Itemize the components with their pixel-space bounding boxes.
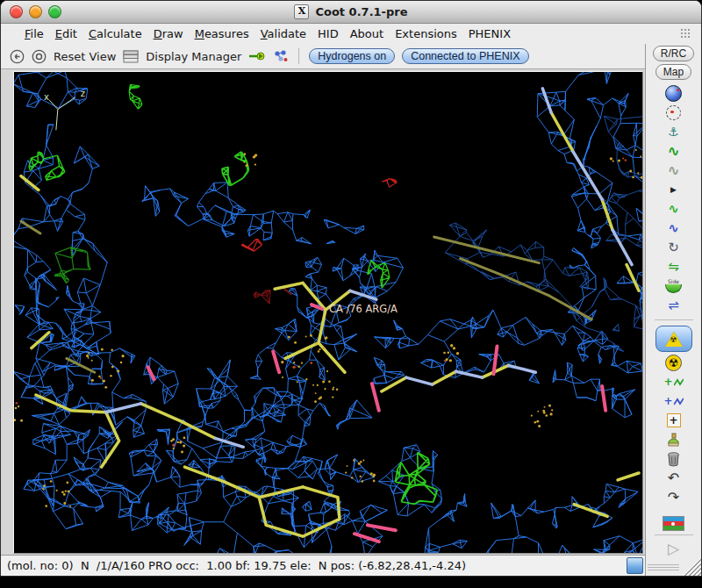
menu-phenix[interactable]: PHENIX	[469, 27, 511, 40]
recentre-ball-icon[interactable]	[658, 84, 690, 102]
status-text: (mol. no: 0) N /1/A/160 PRO occ: 1.00 bf…	[7, 559, 627, 572]
panel-separator	[655, 534, 693, 535]
add-alt-conf-icon[interactable]: +	[658, 392, 690, 410]
go-to-difference-blob-button[interactable]: ☢	[655, 326, 692, 352]
window-resize-handle[interactable]	[683, 557, 701, 576]
canvas-frame: xzCA /76 ARG/A	[1, 68, 645, 555]
panel-grip[interactable]	[648, 564, 679, 572]
flag-icon[interactable]	[663, 516, 684, 531]
play-outline-icon[interactable]: ▷	[668, 541, 679, 556]
close-button[interactable]	[10, 5, 23, 18]
x11-icon: X	[294, 4, 309, 19]
window-title-text: Coot 0.7.1-pre	[315, 5, 407, 18]
status-scroll-box[interactable]	[627, 557, 643, 574]
auto-fit-rotamer-icon[interactable]: ∿	[658, 200, 690, 218]
regularize-zone-icon[interactable]: ∿	[658, 161, 690, 179]
menu-file[interactable]: File	[25, 27, 44, 40]
menu-measures[interactable]: Measures	[195, 27, 249, 40]
tool-stack: ⚓∿∿▶∿∿↻⇋Side⇌☢☢+++↶↷	[655, 84, 693, 506]
title-bar[interactable]: X Coot 0.7.1-pre	[1, 1, 701, 24]
window-title: X Coot 0.7.1-pre	[294, 4, 407, 19]
molecule-fragment-icon[interactable]	[273, 49, 289, 63]
rrc-button[interactable]: R/RC	[653, 46, 694, 61]
atom-label: CA /76 ARG/A	[329, 303, 398, 315]
go-to-atom-icon[interactable]	[248, 50, 266, 62]
anchor-atoms-icon[interactable]: ⚓	[658, 123, 690, 140]
undo-icon[interactable]: ↶	[658, 470, 690, 487]
status-bar: (mol. no: 0) N /1/A/160 PRO occ: 1.00 bf…	[1, 555, 645, 576]
clear-pending-icon[interactable]	[658, 431, 690, 448]
map-button[interactable]: Map	[655, 64, 691, 80]
record-view-icon[interactable]	[32, 49, 47, 64]
menu-draw[interactable]: Draw	[154, 27, 183, 40]
back-view-icon[interactable]	[10, 49, 25, 64]
reset-view-button[interactable]: Reset View	[54, 50, 116, 63]
rotate-translate-icon[interactable]: ↻	[658, 239, 690, 256]
axis-x-label: x	[44, 92, 49, 102]
coot-window: X Coot 0.7.1-pre FileEditCalculateDrawMe…	[0, 0, 702, 577]
rotation-centre-icon[interactable]	[658, 104, 690, 121]
separator-1	[655, 319, 693, 320]
zoom-button[interactable]	[48, 5, 61, 18]
right-tool-panel: R/RC Map ⚓∿∿▶∿∿↻⇋Side⇌☢☢+++↶↷ ▷	[645, 44, 701, 576]
menubar-grip-icon[interactable]	[680, 28, 691, 39]
menu-edit[interactable]: Edit	[55, 27, 77, 40]
place-atom-icon[interactable]: +	[658, 412, 690, 429]
toolbar-separator	[298, 48, 299, 64]
minimize-button[interactable]	[29, 5, 42, 18]
redo-icon[interactable]: ↷	[658, 489, 690, 506]
menu-about[interactable]: About	[350, 27, 383, 40]
expand-toolbar-icon[interactable]: ▶	[658, 181, 690, 198]
real-space-refine-icon[interactable]: ∿	[658, 142, 690, 160]
menu-bar: FileEditCalculateDrawMeasuresValidateHID…	[1, 24, 701, 44]
mutate-residue-icon[interactable]: ∿	[658, 219, 690, 237]
main-toolbar: Reset View Display Manager Hydrogens on …	[1, 44, 645, 68]
menu-calculate[interactable]: Calculate	[89, 27, 142, 40]
axis-z-label: z	[81, 89, 85, 98]
traffic-lights	[10, 5, 61, 18]
menu-validate[interactable]: Validate	[261, 27, 306, 40]
radiation-symbol-icon[interactable]: ☢	[658, 354, 690, 371]
phenix-connection-button[interactable]: Connected to PHENIX	[402, 48, 528, 64]
menu-extensions[interactable]: Extensions	[395, 27, 457, 40]
hydrogens-toggle-button[interactable]: Hydrogens on	[309, 48, 395, 64]
jed-flip-icon[interactable]: ⇌	[658, 297, 690, 314]
display-manager-icon[interactable]	[123, 50, 139, 63]
menu-hid[interactable]: HID	[318, 27, 339, 40]
sidechain-180-icon[interactable]: Side	[658, 277, 690, 295]
flip-peptide-icon[interactable]: ⇋	[658, 258, 690, 276]
molecular-viewport[interactable]: xzCA /76 ARG/A	[14, 72, 642, 553]
add-terminal-residue-icon[interactable]: +	[658, 373, 690, 391]
display-manager-button[interactable]: Display Manager	[146, 50, 241, 63]
delete-item-icon[interactable]	[658, 450, 690, 468]
